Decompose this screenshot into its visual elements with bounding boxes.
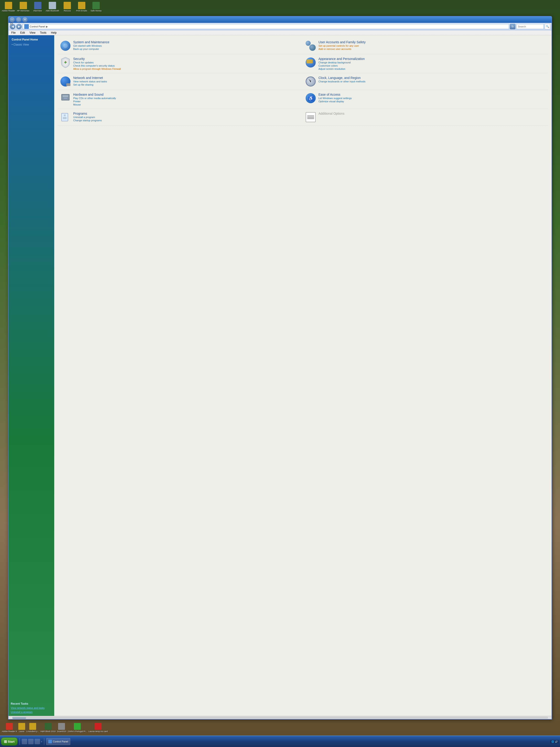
control-panel-window: ─ □ ✕ ◀ ▶ Control Panel ▶ ↻ 🔍 File Edit …	[8, 16, 552, 720]
taskbar-ie-icon[interactable]	[22, 739, 27, 744]
clock-icon	[305, 76, 316, 87]
category-network-title[interactable]: Network and Internet	[73, 76, 300, 80]
category-additional-title[interactable]: Additional Options	[318, 112, 546, 115]
system-icon	[60, 40, 71, 51]
taskbar-control-panel-button[interactable]: Control Panel	[46, 738, 70, 745]
title-bar: ─ □ ✕	[8, 17, 552, 23]
category-hardware: Hardware and Sound Play CDs or other med…	[58, 90, 303, 109]
category-appearance-link-1[interactable]: Customize colors	[318, 64, 546, 67]
category-system-link-1[interactable]: Back up your computer	[73, 48, 300, 50]
taskbar-media-icon[interactable]	[34, 739, 40, 744]
category-clock-title[interactable]: Clock, Language, and Region	[318, 76, 546, 80]
category-additional-content: Additional Options	[318, 112, 546, 115]
category-hardware-link-2[interactable]: Mouse	[73, 103, 300, 106]
taskbar-quick-launch: »	[22, 739, 42, 744]
taskbar-more-icon[interactable]: »	[41, 740, 42, 743]
additional-icon	[305, 112, 316, 123]
search-input[interactable]	[516, 24, 544, 29]
menu-view[interactable]: View	[29, 31, 36, 34]
taskbar-icon-hrblock[interactable]: H&R Block 2010	[41, 723, 56, 732]
category-hardware-title[interactable]: Hardware and Sound	[73, 93, 300, 96]
scroll-track	[12, 717, 548, 719]
category-security-link-2[interactable]: Allow a program through Windows Firewall	[73, 68, 300, 70]
desktop-icon-adobe-reader[interactable]: Adobe Reader	[2, 2, 15, 12]
category-user-accounts-link-1[interactable]: Add or remove user accounts	[318, 48, 546, 50]
category-clock-content: Clock, Language, and Region Change keybo…	[318, 76, 546, 83]
taskbar-divider	[20, 738, 20, 745]
sidebar-recent-uninstall[interactable]: Uninstall a program	[11, 711, 52, 714]
category-hardware-content: Hardware and Sound Play CDs or other med…	[73, 93, 300, 106]
category-network-link-1[interactable]: Set up file sharing	[73, 83, 300, 86]
address-text: Control Panel	[30, 25, 45, 28]
taskbar-icon-adobe[interactable]: Adobe Reader 9	[2, 723, 17, 732]
programs-icon	[60, 112, 71, 123]
category-security-link-1[interactable]: Check this computer's security status	[73, 64, 300, 67]
category-network-link-0[interactable]: View network status and tasks	[73, 80, 300, 83]
scrollbar-bottom[interactable]	[8, 716, 552, 719]
desktop-icon-print-emails[interactable]: Print Emails	[76, 2, 88, 12]
menu-tools[interactable]: Tools	[39, 31, 47, 34]
category-ease-link-1[interactable]: Optimize visual display	[318, 100, 546, 103]
menu-help[interactable]: Help	[50, 31, 58, 34]
taskbar-icon-scan[interactable]: Scan0010	[57, 723, 66, 732]
category-system: System and Maintenance Get started with …	[58, 37, 303, 54]
category-clock-link-0[interactable]: Change keyboards or other input methods	[318, 80, 546, 83]
menu-file[interactable]: File	[10, 31, 17, 34]
sidebar-item-home[interactable]: Control Panel Home	[11, 37, 52, 42]
category-programs-link-1[interactable]: Change startup programs	[73, 119, 300, 122]
category-additional: Additional Options	[303, 109, 548, 126]
maximize-button[interactable]: □	[16, 17, 21, 22]
category-security-link-0[interactable]: Check for updates	[73, 61, 300, 64]
content-area: Control Panel Home Classic View Recent T…	[8, 35, 552, 716]
category-appearance-link-0[interactable]: Change desktop background	[318, 61, 546, 64]
search-button[interactable]: 🔍	[545, 24, 550, 29]
desktop-icon-bluetooth[interactable]: Able Bluetooth	[46, 2, 59, 12]
category-ease: ♿ Ease of Access Let Windows suggest set…	[303, 90, 548, 109]
desktop-icon-recuva[interactable]: Recuva	[61, 2, 74, 12]
category-system-link-0[interactable]: Get started with Windows	[73, 44, 300, 47]
ease-icon: ♿	[305, 93, 316, 104]
category-user-accounts-link-0[interactable]: Set up parental controls for any user	[318, 44, 546, 47]
desktop-icon-irfanview[interactable]: IrfanView	[31, 2, 44, 12]
svg-text:✚: ✚	[64, 61, 67, 64]
category-ease-link-0[interactable]: Let Windows suggest settings	[318, 97, 546, 100]
close-button[interactable]: ✕	[22, 17, 28, 22]
address-bar: ◀ ▶ Control Panel ▶ ↻ 🔍	[8, 23, 552, 30]
start-button[interactable]: ⊞ Start	[1, 738, 18, 746]
categories-grid: System and Maintenance Get started with …	[58, 37, 548, 126]
taskbar-icon-laura[interactable]: Laura	[18, 723, 25, 732]
address-input[interactable]: Control Panel ▶	[23, 24, 509, 29]
taskbar-explorer-icon[interactable]	[28, 739, 34, 744]
sidebar-item-classic[interactable]: Classic View	[11, 43, 52, 47]
category-programs-link-0[interactable]: Uninstall a program	[73, 116, 300, 119]
taskbar-icon-portugal[interactable]: 2John's Portugal Pr...	[68, 723, 87, 732]
desktop-icon-hp-memories[interactable]: HP Memories	[17, 2, 29, 12]
systray-network-icon: 🌐	[551, 740, 554, 743]
category-programs-content: Programs Uninstall a program Change star…	[73, 112, 300, 122]
category-appearance-title[interactable]: Appearance and Personalization	[318, 57, 546, 61]
taskbar-icons-row: Adobe Reader 9 Laura LAstudent p... H&R …	[0, 720, 560, 735]
sidebar-recent-tasks-label: Recent Tasks	[11, 702, 52, 705]
category-hardware-link-0[interactable]: Play CDs or other media automatically	[73, 97, 300, 100]
forward-button[interactable]: ▶	[16, 24, 22, 29]
category-appearance-link-2[interactable]: Adjust screen resolution	[318, 68, 546, 70]
taskbar-cp-icon	[48, 740, 52, 743]
category-hardware-link-1[interactable]: Printer	[73, 100, 300, 103]
category-security-title[interactable]: Security	[73, 57, 300, 61]
minimize-button[interactable]: ─	[9, 17, 15, 22]
sidebar: Control Panel Home Classic View Recent T…	[8, 35, 54, 716]
refresh-button[interactable]: ↻	[510, 24, 515, 29]
sidebar-recent-network[interactable]: View network status and tasks	[11, 706, 52, 710]
taskbar-icon-lauras-temp[interactable]: Lauras temp ins card	[88, 723, 108, 732]
address-arrow: ▶	[46, 25, 48, 28]
menu-edit[interactable]: Edit	[19, 31, 26, 34]
category-programs-title[interactable]: Programs	[73, 112, 300, 115]
category-user-accounts-title[interactable]: User Accounts and Family Safety	[318, 40, 546, 44]
category-ease-title[interactable]: Ease of Access	[318, 93, 546, 96]
category-system-title[interactable]: System and Maintenance	[73, 40, 300, 44]
category-appearance-content: Appearance and Personalization Change de…	[318, 57, 546, 70]
category-system-content: System and Maintenance Get started with …	[73, 40, 300, 50]
taskbar-icon-lastudent[interactable]: LAstudent p...	[27, 723, 39, 732]
desktop-icon-safe-money[interactable]: Safe Money	[90, 2, 103, 12]
taskbar-divider-2	[44, 738, 44, 745]
